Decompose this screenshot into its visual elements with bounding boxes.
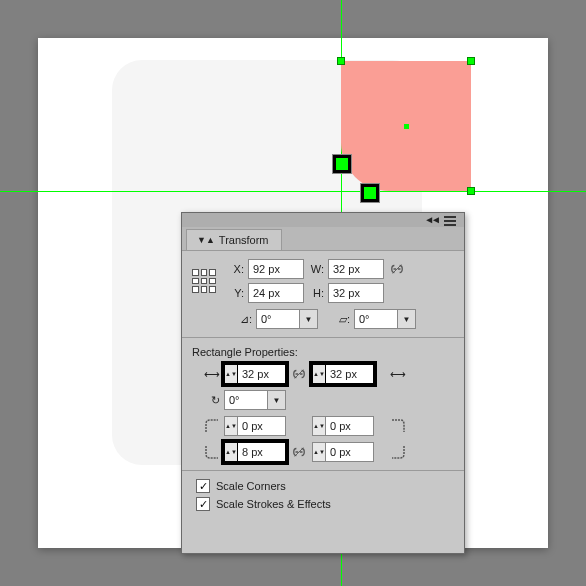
corner-br-input[interactable]: ▲▼0 px (312, 442, 374, 462)
panel-tabs: ▼▲ Transform (182, 227, 464, 251)
w-label: W: (308, 263, 324, 275)
scale-corners-label: Scale Corners (216, 480, 286, 492)
scale-strokes-checkbox[interactable]: ✓ (196, 497, 210, 511)
corner-tl-icon (192, 418, 220, 434)
rect-height-input[interactable]: ▲▼32 px (312, 364, 374, 384)
y-input[interactable]: 24 px (248, 283, 304, 303)
selection-handle-br[interactable] (467, 187, 475, 195)
tab-label: Transform (219, 234, 269, 246)
corner-bl-input[interactable]: ▲▼8 px (224, 442, 286, 462)
shear-icon: ▱: (322, 313, 350, 326)
panel-menu-icon[interactable] (444, 216, 456, 228)
selection-center (404, 124, 409, 129)
corner-radius-widget-2[interactable] (361, 184, 379, 202)
selection-handle-tr[interactable] (467, 57, 475, 65)
y-label: Y: (228, 287, 244, 299)
tab-collapse-icon[interactable]: ▼▲ (197, 235, 215, 245)
panel-titlebar[interactable]: ◄◄ (182, 213, 464, 227)
rect-rotate-icon: ↻ (192, 394, 220, 407)
shear-dropdown[interactable]: 0°▼ (354, 309, 416, 329)
rect-height-icon: ⟷ (378, 368, 406, 381)
corner-bl-icon (192, 444, 220, 460)
rotate-icon: ⊿: (224, 313, 252, 326)
corner-radius-widget-1[interactable] (333, 155, 351, 173)
h-label: H: (308, 287, 324, 299)
corner-tl-input[interactable]: ▲▼0 px (224, 416, 286, 436)
constrain-wh-icon[interactable] (388, 260, 406, 278)
x-label: X: (228, 263, 244, 275)
w-input[interactable]: 32 px (328, 259, 384, 279)
corner-br-icon (378, 444, 406, 460)
rect-properties-title: Rectangle Properties: (192, 346, 454, 358)
transform-panel: ◄◄ ▼▲ Transform X: 92 px W: 32 px (181, 212, 465, 554)
reference-point-grid[interactable] (192, 269, 216, 293)
rect-width-icon: ⟷ (192, 368, 220, 381)
constrain-rect-wh-icon[interactable] (290, 365, 308, 383)
divider (182, 337, 464, 338)
constrain-corners-icon[interactable] (290, 443, 308, 461)
corner-tr-icon (378, 418, 406, 434)
tab-transform[interactable]: ▼▲ Transform (186, 229, 282, 250)
scale-corners-checkbox[interactable]: ✓ (196, 479, 210, 493)
x-input[interactable]: 92 px (248, 259, 304, 279)
rect-rotate-dropdown[interactable]: 0°▼ (224, 390, 286, 410)
guide-horizontal[interactable] (0, 191, 586, 192)
corner-tr-input[interactable]: ▲▼0 px (312, 416, 374, 436)
h-input[interactable]: 32 px (328, 283, 384, 303)
rect-width-input[interactable]: ▲▼32 px (224, 364, 286, 384)
scale-strokes-label: Scale Strokes & Effects (216, 498, 331, 510)
selection-handle-tl[interactable] (337, 57, 345, 65)
rotate-dropdown[interactable]: 0°▼ (256, 309, 318, 329)
divider-2 (182, 470, 464, 471)
collapse-panel-icon[interactable]: ◄◄ (424, 214, 438, 225)
